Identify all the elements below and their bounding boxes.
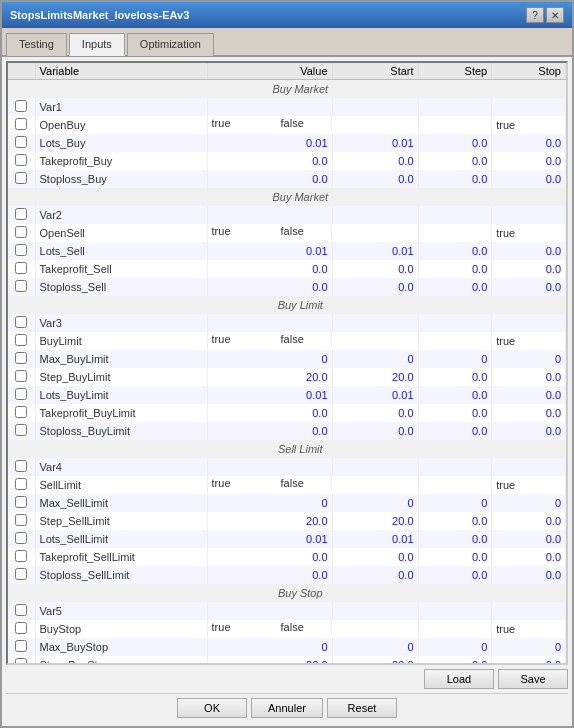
row-checkbox[interactable] bbox=[15, 622, 27, 634]
start-cell: 0.0 bbox=[332, 152, 418, 170]
section-check bbox=[8, 440, 35, 458]
ok-button[interactable]: OK bbox=[177, 698, 247, 718]
parameters-table-container[interactable]: Variable Value Start Step Stop Buy Marke… bbox=[6, 61, 568, 665]
row-checkbox-cell[interactable] bbox=[8, 548, 35, 566]
table-row: Stoploss_BuyLimit 0.0 0.0 0.0 0.0 bbox=[8, 422, 566, 440]
variable-name: Takeprofit_SellLimit bbox=[35, 548, 207, 566]
row-checkbox-cell[interactable] bbox=[8, 530, 35, 548]
start-cell bbox=[332, 332, 418, 350]
row-checkbox-cell[interactable] bbox=[8, 602, 35, 620]
tab-testing[interactable]: Testing bbox=[6, 33, 67, 56]
col-header-variable: Variable bbox=[35, 63, 207, 80]
row-checkbox-cell[interactable] bbox=[8, 638, 35, 656]
row-checkbox[interactable] bbox=[15, 514, 27, 526]
save-button[interactable]: Save bbox=[498, 669, 568, 689]
row-checkbox[interactable] bbox=[15, 604, 27, 616]
table-row: Step_SellLimit 20.0 20.0 0.0 0.0 bbox=[8, 512, 566, 530]
value-cell bbox=[207, 602, 332, 620]
row-checkbox[interactable] bbox=[15, 478, 27, 490]
table-row: Lots_SellLimit 0.01 0.01 0.0 0.0 bbox=[8, 530, 566, 548]
row-checkbox[interactable] bbox=[15, 226, 27, 238]
row-checkbox-cell[interactable] bbox=[8, 260, 35, 278]
reset-button[interactable]: Reset bbox=[327, 698, 397, 718]
variable-name: Lots_SellLimit bbox=[35, 530, 207, 548]
start-cell: 20.0 bbox=[332, 656, 418, 666]
row-checkbox[interactable] bbox=[15, 244, 27, 256]
row-checkbox-cell[interactable] bbox=[8, 314, 35, 332]
row-checkbox-cell[interactable] bbox=[8, 656, 35, 666]
col-header-start: Start bbox=[332, 63, 418, 80]
row-checkbox-cell[interactable] bbox=[8, 134, 35, 152]
variable-name: Var1 bbox=[35, 98, 207, 116]
row-checkbox-cell[interactable] bbox=[8, 422, 35, 440]
row-checkbox-cell[interactable] bbox=[8, 494, 35, 512]
stop-cell: true bbox=[492, 620, 566, 638]
row-checkbox-cell[interactable] bbox=[8, 386, 35, 404]
tab-inputs[interactable]: Inputs bbox=[69, 33, 125, 56]
row-checkbox-cell[interactable] bbox=[8, 566, 35, 584]
row-checkbox[interactable] bbox=[15, 154, 27, 166]
row-checkbox[interactable] bbox=[15, 532, 27, 544]
value-cell: 0.0 bbox=[207, 260, 332, 278]
row-checkbox[interactable] bbox=[15, 496, 27, 508]
row-checkbox[interactable] bbox=[15, 370, 27, 382]
load-button[interactable]: Load bbox=[424, 669, 494, 689]
row-checkbox[interactable] bbox=[15, 460, 27, 472]
variable-name: Step_BuyLimit bbox=[35, 368, 207, 386]
row-checkbox[interactable] bbox=[15, 262, 27, 274]
variable-name: Stoploss_BuyLimit bbox=[35, 422, 207, 440]
row-checkbox-cell[interactable] bbox=[8, 98, 35, 116]
row-checkbox[interactable] bbox=[15, 118, 27, 130]
row-checkbox-cell[interactable] bbox=[8, 224, 35, 242]
stop-cell: 0.0 bbox=[492, 260, 566, 278]
row-checkbox-cell[interactable] bbox=[8, 350, 35, 368]
row-checkbox[interactable] bbox=[15, 406, 27, 418]
start-cell: 0.0 bbox=[332, 278, 418, 296]
row-checkbox-cell[interactable] bbox=[8, 170, 35, 188]
row-checkbox-cell[interactable] bbox=[8, 458, 35, 476]
help-button[interactable]: ? bbox=[526, 7, 544, 23]
row-checkbox[interactable] bbox=[15, 280, 27, 292]
row-checkbox-cell[interactable] bbox=[8, 332, 35, 350]
row-checkbox-cell[interactable] bbox=[8, 116, 35, 134]
row-checkbox-cell[interactable] bbox=[8, 368, 35, 386]
stop-cell: 0.0 bbox=[492, 278, 566, 296]
annuler-button[interactable]: Annuler bbox=[251, 698, 323, 718]
start-cell bbox=[332, 116, 418, 134]
value-cell: 0.0 bbox=[207, 548, 332, 566]
table-row: Var4 bbox=[8, 458, 566, 476]
step-cell bbox=[418, 314, 492, 332]
row-checkbox[interactable] bbox=[15, 172, 27, 184]
row-checkbox[interactable] bbox=[15, 208, 27, 220]
table-row: Takeprofit_BuyLimit 0.0 0.0 0.0 0.0 bbox=[8, 404, 566, 422]
start-cell: 0.0 bbox=[332, 260, 418, 278]
step-cell: 0 bbox=[418, 638, 492, 656]
row-checkbox-cell[interactable] bbox=[8, 476, 35, 494]
close-button[interactable]: ✕ bbox=[546, 7, 564, 23]
load-save-buttons: Load Save bbox=[6, 665, 568, 693]
row-checkbox[interactable] bbox=[15, 100, 27, 112]
row-checkbox-cell[interactable] bbox=[8, 152, 35, 170]
row-checkbox-cell[interactable] bbox=[8, 278, 35, 296]
row-checkbox-cell[interactable] bbox=[8, 206, 35, 224]
variable-name: Lots_Sell bbox=[35, 242, 207, 260]
row-checkbox[interactable] bbox=[15, 640, 27, 652]
row-checkbox-cell[interactable] bbox=[8, 512, 35, 530]
row-checkbox-cell[interactable] bbox=[8, 620, 35, 638]
table-row: Sell Limit bbox=[8, 440, 566, 458]
row-checkbox[interactable] bbox=[15, 136, 27, 148]
row-checkbox[interactable] bbox=[15, 568, 27, 580]
row-checkbox[interactable] bbox=[15, 424, 27, 436]
row-checkbox[interactable] bbox=[15, 658, 27, 666]
row-checkbox[interactable] bbox=[15, 316, 27, 328]
start-cell: 0 bbox=[332, 494, 418, 512]
value-cell: 0.01 bbox=[207, 242, 332, 260]
tab-optimization[interactable]: Optimization bbox=[127, 33, 214, 56]
stop-cell bbox=[492, 602, 566, 620]
row-checkbox[interactable] bbox=[15, 352, 27, 364]
row-checkbox[interactable] bbox=[15, 550, 27, 562]
row-checkbox[interactable] bbox=[15, 334, 27, 346]
row-checkbox[interactable] bbox=[15, 388, 27, 400]
row-checkbox-cell[interactable] bbox=[8, 404, 35, 422]
row-checkbox-cell[interactable] bbox=[8, 242, 35, 260]
